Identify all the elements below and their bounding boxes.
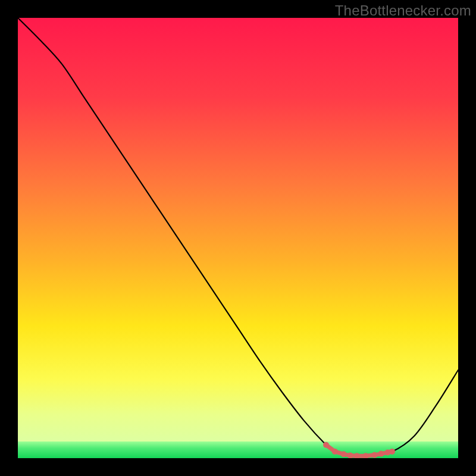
- marker-dot: [323, 442, 329, 448]
- main-curve: [18, 18, 458, 456]
- marker-dot: [371, 452, 377, 458]
- watermark-text: TheBottlenecker.com: [335, 2, 471, 19]
- curve-layer: [18, 18, 458, 458]
- marker-dot: [341, 451, 347, 457]
- marker-dot: [389, 449, 395, 455]
- marker-dot: [378, 451, 384, 457]
- marker-dot: [332, 449, 338, 455]
- plot-area: [18, 18, 458, 458]
- chart-frame: TheBottlenecker.com: [0, 0, 476, 476]
